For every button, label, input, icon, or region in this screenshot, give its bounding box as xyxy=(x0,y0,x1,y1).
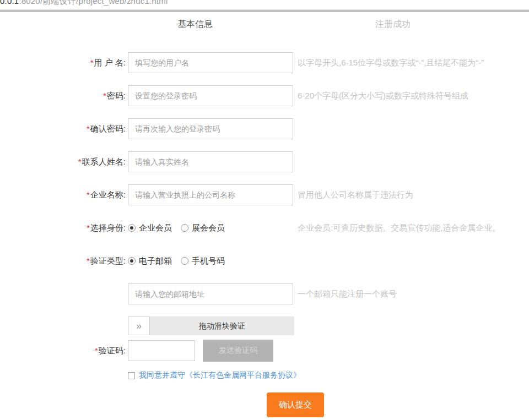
email-hint: 一个邮箱只能注册一个账号 xyxy=(298,289,397,299)
company-name-input[interactable] xyxy=(128,184,293,205)
confirm-password-input[interactable] xyxy=(128,118,293,139)
required-asterisk: * xyxy=(90,58,94,67)
required-asterisk: * xyxy=(87,124,90,133)
slider-captcha-track: » 拖动滑块验证 xyxy=(128,317,294,335)
tab-register-success: 注册成功 xyxy=(375,19,411,30)
required-asterisk: * xyxy=(87,190,90,199)
slider-captcha-row: » 拖动滑块验证 xyxy=(0,317,529,335)
verify-type-option-email[interactable]: 电子邮箱 xyxy=(128,256,172,266)
slider-captcha-text: 拖动滑块验证 xyxy=(150,317,294,335)
company-name-hint: 冒用他人公司名称属于违法行为 xyxy=(298,190,413,200)
username-row: *用 户 名: 以字母开头,6-15位字母或数字或“-”,且结尾不能为“-” xyxy=(0,52,529,73)
identity-hint: 企业会员:可查历史数据、交易宣传功能,适合金属企业。 xyxy=(298,223,500,233)
send-code-button[interactable]: 发送验证码 xyxy=(203,340,273,362)
required-asterisk: * xyxy=(95,346,98,355)
required-asterisk: * xyxy=(87,223,90,232)
company-name-row: *企业名称: 冒用他人公司名称属于违法行为 xyxy=(0,184,529,205)
agreement-checkbox[interactable] xyxy=(128,372,135,379)
required-asterisk: * xyxy=(103,91,106,100)
email-row: 一个邮箱只能注册一个账号 xyxy=(0,283,529,304)
company-name-label: *企业名称: xyxy=(0,190,128,200)
identity-radio-group: 企业会员 展会会员 xyxy=(128,223,293,233)
contact-name-row: *联系人姓名: xyxy=(0,151,529,172)
contact-name-label: *联系人姓名: xyxy=(0,157,128,167)
double-chevron-right-icon: » xyxy=(136,320,142,332)
identity-option-exhibition[interactable]: 展会会员 xyxy=(181,223,225,233)
username-hint: 以字母开头,6-15位字母或数字或“-”,且结尾不能为“-” xyxy=(298,58,484,68)
radio-checked-icon[interactable] xyxy=(128,224,136,232)
slider-handle[interactable]: » xyxy=(128,317,150,335)
password-row: *密码: 6-20个字母(区分大小写)或数字或特殊符号组成 xyxy=(0,85,529,106)
captcha-row: *验证码: 发送验证码 xyxy=(0,340,529,362)
registration-form: *用 户 名: 以字母开头,6-15位字母或数字或“-”,且结尾不能为“-” *… xyxy=(0,32,529,417)
verify-type-radio-group: 电子邮箱 手机号码 xyxy=(128,256,293,266)
captcha-label: *验证码: xyxy=(0,346,128,356)
email-input[interactable] xyxy=(128,283,293,304)
identity-row: *选择身份: 企业会员 展会会员 企业会员:可查历史数据、交易宣传功能,适合金属… xyxy=(0,217,529,238)
captcha-code-input[interactable] xyxy=(128,340,195,361)
confirm-password-label: *确认密码: xyxy=(0,124,128,134)
radio-checked-icon[interactable] xyxy=(128,257,136,265)
username-input[interactable] xyxy=(128,52,293,73)
browser-url: 0.0.1:8020/前端设计/project_web/zhuc1.html xyxy=(0,0,168,7)
url-path: :8020/前端设计/project_web/zhuc1.html xyxy=(19,0,168,6)
username-label: *用 户 名: xyxy=(0,58,128,68)
verify-type-option-phone[interactable]: 手机号码 xyxy=(181,256,225,266)
verify-type-label: *验证类型: xyxy=(0,256,128,266)
required-asterisk: * xyxy=(87,256,90,265)
contact-name-input[interactable] xyxy=(128,151,293,172)
tab-basic-info: 基本信息 xyxy=(177,19,213,30)
submit-button[interactable]: 确认提交 xyxy=(267,392,324,417)
radio-unchecked-icon[interactable] xyxy=(181,224,188,232)
step-tabs: 基本信息 注册成功 xyxy=(0,12,529,32)
verify-type-row: *验证类型: 电子邮箱 手机号码 xyxy=(0,250,529,271)
radio-unchecked-icon[interactable] xyxy=(181,257,188,265)
password-input[interactable] xyxy=(128,85,293,106)
password-hint: 6-20个字母(区分大小写)或数字或特殊符号组成 xyxy=(298,91,468,101)
agreement-row: 我同意并遵守《长江有色金属网平台服务协议》 xyxy=(0,370,529,380)
identity-label: *选择身份: xyxy=(0,223,128,233)
identity-option-enterprise[interactable]: 企业会员 xyxy=(128,223,172,233)
password-label: *密码: xyxy=(0,91,128,101)
browser-address-bar: 0.0.1:8020/前端设计/project_web/zhuc1.html xyxy=(0,0,529,8)
agreement-link[interactable]: 我同意并遵守《长江有色金属网平台服务协议》 xyxy=(139,370,301,380)
confirm-password-row: *确认密码: xyxy=(0,118,529,139)
url-host: 0.0.1 xyxy=(0,0,19,6)
submit-row: 确认提交 xyxy=(0,392,529,417)
required-asterisk: * xyxy=(78,157,82,166)
